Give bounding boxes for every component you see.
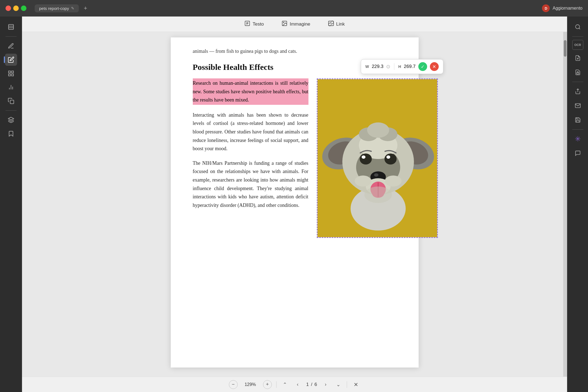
toolbar: Testo Immagine Link	[22, 17, 567, 32]
zoom-in-button[interactable]: +	[263, 380, 272, 389]
save-icon[interactable]	[572, 114, 584, 126]
nav-first-page[interactable]: ⌃	[281, 380, 289, 389]
image-column: W 229.3 ⊙ H 269.7 ✓ ✕	[317, 78, 438, 238]
minimize-button[interactable]	[13, 6, 19, 11]
bottom-bar: − 129% + ⌃ ‹ 1 / 6 › ⌄ ✕	[22, 377, 567, 392]
close-button[interactable]	[6, 6, 11, 11]
page-separator: /	[311, 382, 312, 387]
text-column: Research on human-animal interactions is…	[193, 78, 308, 238]
svg-rect-5	[9, 74, 10, 76]
toolbar-link[interactable]: Link	[325, 19, 348, 29]
svg-point-38	[364, 187, 392, 203]
sidebar-icon-layers[interactable]	[5, 114, 17, 126]
top-right-area: D Aggiornamento	[542, 0, 582, 17]
svg-point-43	[367, 122, 389, 138]
scrollbar-thumb[interactable]	[564, 40, 567, 57]
sidebar-icon-chart[interactable]	[5, 81, 17, 93]
body-paragraph-2: The NIH/Mars Partnership is funding a ra…	[193, 159, 308, 210]
width-value[interactable]: 229.3	[372, 64, 384, 69]
tab-title[interactable]: pets report-copy ✎	[35, 4, 79, 12]
immagine-icon	[281, 20, 288, 28]
svg-point-31	[386, 155, 390, 159]
testo-icon	[244, 20, 250, 28]
document-page: animals — from fish to guinea pigs to do…	[171, 37, 419, 368]
right-divider-3	[572, 129, 583, 130]
svg-rect-3	[9, 71, 10, 73]
svg-point-30	[362, 155, 365, 159]
svg-rect-10	[10, 100, 14, 104]
svg-line-45	[579, 28, 580, 29]
bottom-separator-1	[276, 381, 277, 388]
nav-next-page[interactable]: ›	[321, 380, 330, 389]
current-page: 1	[306, 382, 309, 387]
edit-icon[interactable]: ✎	[71, 6, 74, 10]
svg-point-33	[374, 173, 378, 177]
brand-icon[interactable]: ✳	[572, 133, 584, 145]
testo-label: Testo	[253, 21, 264, 27]
link-icon	[328, 20, 334, 28]
image-frame[interactable]	[317, 78, 438, 238]
svg-rect-49	[577, 73, 579, 74]
popup-separator	[394, 63, 394, 70]
user-avatar: D	[542, 4, 550, 12]
svg-point-39	[355, 176, 371, 187]
confirm-button[interactable]: ✓	[418, 62, 427, 71]
dog-image	[318, 79, 437, 237]
titlebar: pets report-copy ✎ + D Aggiornamento	[0, 0, 588, 17]
ocr-icon[interactable]: OCR	[572, 40, 583, 50]
right-divider-1	[572, 36, 583, 37]
maximize-button[interactable]	[21, 6, 26, 11]
svg-point-44	[575, 25, 579, 29]
toolbar-immagine[interactable]: Immagine	[278, 19, 314, 29]
sidebar-icon-bookmark[interactable]	[5, 128, 17, 140]
lock-symbol: ⊙	[386, 64, 390, 70]
svg-point-17	[283, 22, 284, 23]
nav-last-page[interactable]: ⌄	[334, 380, 342, 389]
bottom-close-button[interactable]: ✕	[351, 380, 360, 389]
file-lock-icon[interactable]	[572, 66, 584, 78]
sidebar-icon-layout[interactable]	[5, 67, 17, 80]
main-layout: Testo Immagine Link	[0, 17, 588, 392]
sidebar-divider-1	[6, 36, 17, 37]
bottom-separator-2	[347, 381, 347, 388]
cancel-button[interactable]: ✕	[430, 62, 439, 71]
dimension-popup: W 229.3 ⊙ H 269.7 ✓ ✕	[361, 59, 443, 74]
highlighted-paragraph: Research on human-animal interactions is…	[193, 78, 308, 105]
left-sidebar	[0, 17, 22, 392]
svg-rect-6	[12, 74, 13, 76]
right-divider-2	[572, 82, 583, 82]
tab-name: pets report-copy	[39, 6, 69, 11]
content-area: Testo Immagine Link	[22, 17, 567, 392]
immagine-label: Immagine	[290, 21, 310, 27]
file-upload-icon[interactable]	[572, 52, 584, 64]
aggiornamento-label: Aggiornamento	[552, 6, 582, 11]
mail-icon[interactable]	[572, 100, 584, 112]
search-icon[interactable]	[572, 21, 584, 33]
zoom-out-button[interactable]: −	[229, 380, 238, 389]
sidebar-divider-2	[6, 110, 17, 111]
sidebar-icon-pages[interactable]	[5, 21, 17, 33]
add-tab-button[interactable]: +	[82, 4, 89, 12]
page-info: 1 / 6	[306, 382, 317, 387]
svg-point-28	[360, 153, 372, 165]
share-icon[interactable]	[572, 85, 584, 97]
sidebar-icon-pen[interactable]	[5, 40, 17, 52]
traffic-lights	[6, 6, 26, 11]
scrollbar[interactable]	[563, 32, 567, 377]
svg-rect-4	[12, 71, 13, 73]
svg-rect-0	[9, 24, 13, 29]
content-row: Research on human-animal interactions is…	[193, 78, 397, 238]
height-label: H	[398, 64, 401, 69]
svg-point-40	[385, 176, 402, 187]
content-scroll[interactable]: animals — from fish to guinea pigs to do…	[22, 32, 567, 377]
toolbar-testo[interactable]: Testo	[241, 19, 267, 29]
height-value[interactable]: 269.7	[404, 64, 416, 69]
chat-icon[interactable]	[572, 147, 584, 159]
nav-prev-page[interactable]: ‹	[294, 380, 302, 389]
sidebar-icon-copy[interactable]	[5, 95, 17, 107]
total-pages: 6	[315, 382, 317, 387]
sidebar-icon-edit[interactable]	[5, 54, 17, 66]
svg-marker-11	[8, 117, 14, 120]
body-paragraph-1: Interacting with animals has been shown …	[193, 111, 308, 153]
page-top-text: animals — from fish to guinea pigs to do…	[193, 48, 397, 54]
